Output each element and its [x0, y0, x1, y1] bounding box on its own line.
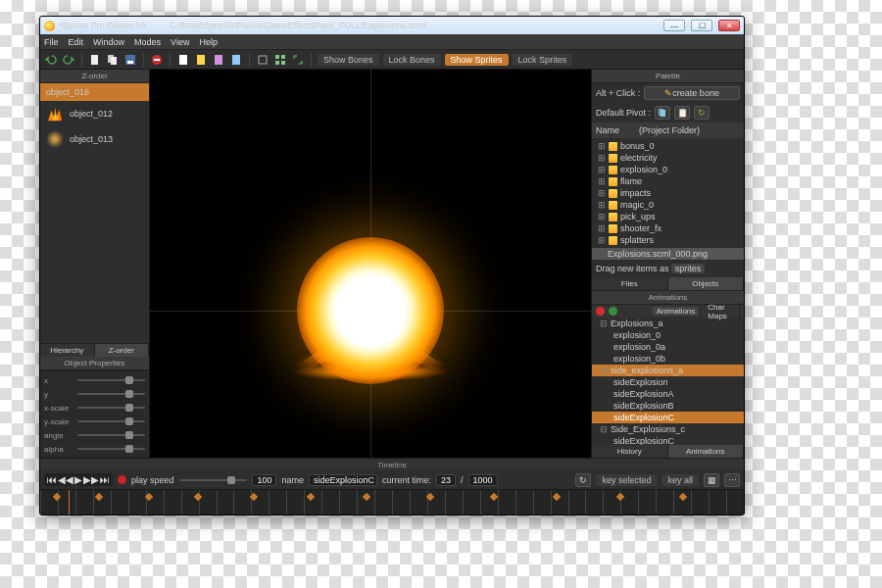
- repeat-button[interactable]: ↻: [575, 473, 591, 487]
- playhead[interactable]: [69, 490, 70, 514]
- key-selected-button[interactable]: key selected: [596, 474, 657, 486]
- keyframe-icon[interactable]: [307, 493, 315, 501]
- tab-history[interactable]: History: [592, 445, 668, 458]
- key-all-button[interactable]: key all: [662, 474, 699, 486]
- prop-alpha-slider[interactable]: [77, 448, 145, 450]
- tl-opt2-button[interactable]: ⋯: [724, 473, 740, 487]
- tab-anim-bottom[interactable]: Animations: [668, 445, 745, 458]
- zorder-label: object_013: [70, 134, 113, 144]
- last-frame-button[interactable]: ⏭: [100, 474, 110, 485]
- timeline-ruler[interactable]: [40, 490, 744, 514]
- anim-delete-button[interactable]: [596, 307, 605, 316]
- first-frame-button[interactable]: ⏮: [47, 474, 57, 485]
- pivot-copy-button[interactable]: [655, 106, 670, 120]
- next-frame-button[interactable]: ▶▶: [83, 474, 99, 485]
- menu-edit[interactable]: Edit: [69, 37, 84, 47]
- curtime-field[interactable]: 23: [436, 474, 456, 486]
- anim-item[interactable]: sideExplosionA: [592, 388, 744, 400]
- tree-folder[interactable]: ⊞shooter_fx: [594, 222, 742, 234]
- undo-button[interactable]: [44, 53, 58, 67]
- pivot-paste-button[interactable]: 📋: [674, 106, 690, 120]
- totaltime-field[interactable]: 1000: [468, 474, 498, 486]
- tree-folder[interactable]: ⊞impacts: [594, 187, 742, 199]
- keyframe-icon[interactable]: [679, 493, 687, 501]
- show-bones-toggle[interactable]: Show Bones: [318, 54, 379, 66]
- prop-xscale-slider[interactable]: [77, 407, 145, 409]
- keyframe-icon[interactable]: [616, 493, 624, 501]
- menu-help[interactable]: Help: [199, 37, 218, 47]
- tree-folder[interactable]: ⊞splatters: [594, 234, 742, 246]
- prev-frame-button[interactable]: ◀◀: [58, 474, 74, 485]
- copy-button[interactable]: [106, 53, 120, 67]
- tree-file[interactable]: Explosions.scml_000.png: [592, 248, 744, 260]
- tree-folder[interactable]: ⊞flame: [594, 175, 742, 187]
- prop-yscale-slider[interactable]: [77, 420, 145, 422]
- prop-angle-slider[interactable]: [77, 434, 145, 436]
- prop-x-slider[interactable]: [77, 379, 145, 381]
- tree-folder[interactable]: ⊞explosion_0: [594, 164, 742, 175]
- lock-sprites-toggle[interactable]: Lock Sprites: [513, 54, 573, 66]
- tab-objects[interactable]: Objects: [668, 277, 745, 290]
- tree-folder[interactable]: ⊞pick_ups: [594, 211, 742, 222]
- doc3-icon[interactable]: [212, 53, 225, 67]
- doc4-icon[interactable]: [229, 53, 243, 67]
- keyframe-icon[interactable]: [95, 493, 103, 501]
- anim-item[interactable]: explosion_0: [592, 329, 744, 341]
- tab-hierarchy[interactable]: Hierarchy: [40, 344, 95, 357]
- play-button[interactable]: ▶: [74, 474, 82, 485]
- keyframe-icon[interactable]: [194, 493, 202, 501]
- menu-file[interactable]: File: [44, 37, 59, 47]
- doc2-icon[interactable]: [194, 53, 208, 67]
- tl-opt1-button[interactable]: ▦: [704, 473, 719, 487]
- maximize-button[interactable]: ☐: [691, 20, 712, 31]
- playspeed-value[interactable]: 100: [252, 474, 276, 486]
- close-button[interactable]: ✕: [718, 20, 740, 31]
- save-button[interactable]: [123, 53, 137, 67]
- viewport[interactable]: [150, 70, 591, 458]
- anim-item[interactable]: explosion_0a: [592, 341, 744, 353]
- tab-animations[interactable]: Animations: [653, 307, 701, 316]
- title-bar[interactable]: *Spriter Pro Edition b9 C:/BrashSync/Art…: [40, 17, 744, 34]
- playspeed-slider[interactable]: [179, 479, 248, 481]
- create-bone-button[interactable]: ✎ create bone: [644, 86, 740, 100]
- anim-item[interactable]: explosion_0b: [592, 353, 744, 365]
- tab-charmaps[interactable]: Char Maps: [704, 303, 740, 320]
- grid-icon[interactable]: [273, 53, 287, 67]
- zorder-item[interactable]: object_013: [40, 126, 149, 152]
- record-button[interactable]: [118, 475, 126, 484]
- anim-item[interactable]: sideExplosionB: [592, 400, 744, 412]
- minimize-button[interactable]: —: [663, 20, 685, 31]
- keyframe-icon[interactable]: [489, 493, 497, 501]
- delete-button[interactable]: [150, 53, 164, 67]
- keyframe-icon[interactable]: [53, 493, 61, 501]
- pivot-refresh-button[interactable]: ↻: [694, 106, 710, 120]
- anim-group[interactable]: ⊟side_explosions_a: [592, 365, 744, 376]
- anim-item[interactable]: sideExplosion: [592, 376, 744, 388]
- anim-item[interactable]: sideExplosionC: [592, 412, 744, 423]
- keyframe-icon[interactable]: [363, 493, 370, 501]
- redo-button[interactable]: [62, 53, 75, 67]
- animname-field[interactable]: sideExplosionC: [309, 474, 377, 486]
- expand-icon[interactable]: [291, 53, 305, 67]
- zorder-item[interactable]: object_016: [40, 83, 149, 101]
- tab-files[interactable]: Files: [592, 277, 668, 290]
- prop-y-slider[interactable]: [77, 393, 145, 395]
- doc1-icon[interactable]: [176, 53, 190, 67]
- tree-folder[interactable]: ⊞bonus_0: [594, 140, 742, 152]
- anim-item[interactable]: sideExplosionC: [592, 435, 744, 445]
- box-icon[interactable]: [256, 53, 270, 67]
- menu-window[interactable]: Window: [93, 37, 124, 47]
- menu-view[interactable]: View: [171, 37, 189, 47]
- drag-mode[interactable]: sprites: [671, 264, 706, 273]
- new-file-button[interactable]: [88, 53, 102, 67]
- zorder-item[interactable]: object_012: [40, 101, 149, 126]
- tab-zorder[interactable]: Z-order: [95, 344, 150, 357]
- lock-bones-toggle[interactable]: Lock Bones: [383, 54, 441, 66]
- tree-folder[interactable]: ⊞electricity: [594, 152, 742, 164]
- tree-folder[interactable]: ⊞magic_0: [594, 199, 742, 211]
- anim-group[interactable]: ⊟Side_Explosions_c: [592, 423, 744, 435]
- show-sprites-toggle[interactable]: Show Sprites: [445, 54, 509, 66]
- anim-add-button[interactable]: [609, 307, 617, 316]
- menu-modes[interactable]: Modes: [134, 37, 161, 47]
- keyframe-icon[interactable]: [553, 493, 561, 501]
